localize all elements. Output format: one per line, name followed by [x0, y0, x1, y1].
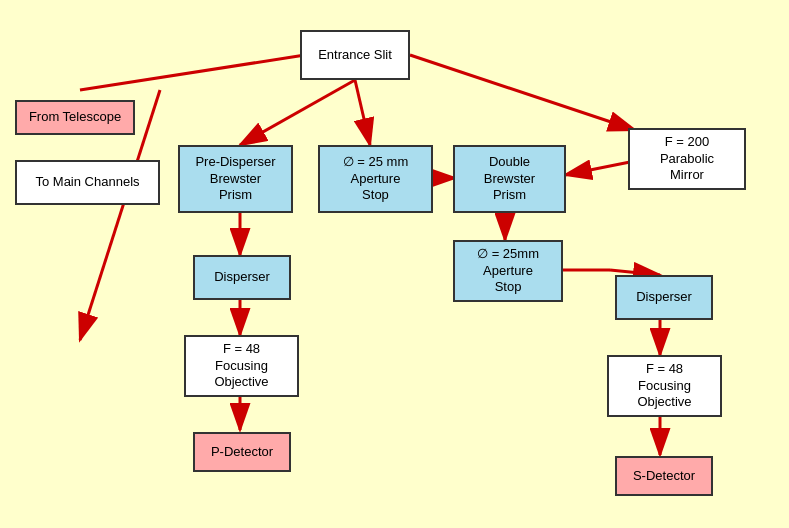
double-brewster-label: DoubleBrewsterPrism — [484, 154, 535, 205]
aperture-stop-1-box: ∅ = 25 mmApertureStop — [318, 145, 433, 213]
disperser-left-box: Disperser — [193, 255, 291, 300]
s-detector-box: S-Detector — [615, 456, 713, 496]
f200-mirror-box: F = 200ParabolicMirror — [628, 128, 746, 190]
from-telescope-box: From Telescope — [15, 100, 135, 135]
svg-line-3 — [240, 80, 355, 145]
focusing-obj-right-box: F = 48FocusingObjective — [607, 355, 722, 417]
disperser-right-label: Disperser — [636, 289, 692, 306]
to-main-channels-label: To Main Channels — [35, 174, 139, 191]
aperture-stop-1-label: ∅ = 25 mmApertureStop — [343, 154, 409, 205]
from-telescope-label: From Telescope — [29, 109, 121, 126]
focusing-obj-right-label: F = 48FocusingObjective — [637, 361, 691, 412]
p-detector-box: P-Detector — [193, 432, 291, 472]
f200-mirror-label: F = 200ParabolicMirror — [660, 134, 714, 185]
svg-line-2 — [80, 55, 305, 90]
focusing-obj-left-label: F = 48FocusingObjective — [214, 341, 268, 392]
svg-line-4 — [355, 80, 370, 145]
aperture-stop-2-box: ∅ = 25mmApertureStop — [453, 240, 563, 302]
double-brewster-box: DoubleBrewsterPrism — [453, 145, 566, 213]
diagram: Entrance Slit From Telescope To Main Cha… — [0, 0, 789, 528]
aperture-stop-2-label: ∅ = 25mmApertureStop — [477, 246, 539, 297]
entrance-slit-box: Entrance Slit — [300, 30, 410, 80]
pre-disperser-box: Pre-DisperserBrewsterPrism — [178, 145, 293, 213]
focusing-obj-left-box: F = 48FocusingObjective — [184, 335, 299, 397]
svg-line-5 — [565, 162, 630, 175]
to-main-channels-box: To Main Channels — [15, 160, 160, 205]
p-detector-label: P-Detector — [211, 444, 273, 461]
entrance-slit-label: Entrance Slit — [318, 47, 392, 64]
s-detector-label: S-Detector — [633, 468, 695, 485]
pre-disperser-label: Pre-DisperserBrewsterPrism — [195, 154, 275, 205]
disperser-right-box: Disperser — [615, 275, 713, 320]
svg-line-15 — [410, 55, 635, 130]
disperser-left-label: Disperser — [214, 269, 270, 286]
